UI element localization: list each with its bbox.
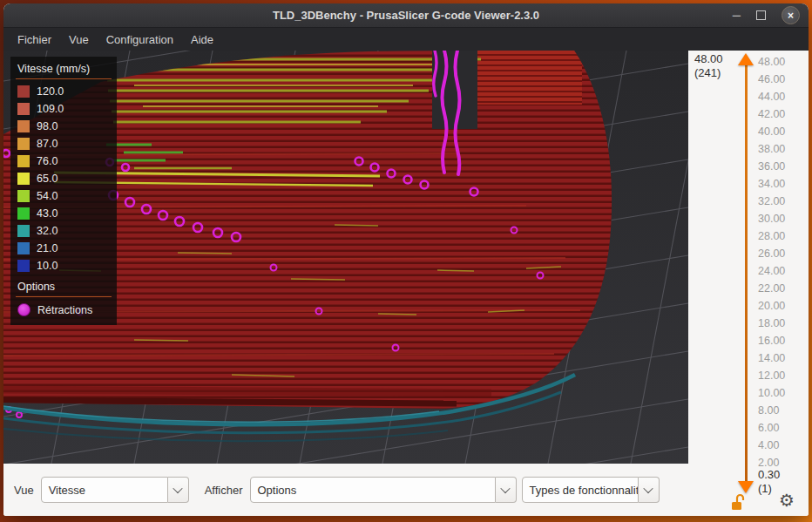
legend-item: 54.0 xyxy=(16,187,112,205)
menu-item-vue[interactable]: Vue xyxy=(60,29,98,51)
layer-tick-label: 30.00 xyxy=(758,210,785,227)
layer-tick-label: 28.00 xyxy=(758,227,785,245)
settings-gear-icon[interactable]: ⚙ xyxy=(779,491,795,509)
bottom-toolbar: Vue Vitesse Afficher Options Types de fo… xyxy=(3,464,688,516)
show-label: Afficher xyxy=(205,484,243,497)
feature-type-combobox-value[interactable]: Types de fonctionnalit xyxy=(522,477,639,503)
speed-value: 65.0 xyxy=(37,173,58,185)
speed-value: 32.0 xyxy=(37,225,58,237)
speed-color-swatch xyxy=(17,173,30,185)
legend-item: 21.0 xyxy=(16,240,112,257)
chevron-down-icon xyxy=(173,484,182,493)
restore-button[interactable] xyxy=(756,10,766,20)
layer-bottom-value: 0.30 xyxy=(758,468,780,482)
speed-color-swatch xyxy=(17,103,30,115)
window-controls: ─ × xyxy=(733,3,800,27)
speed-color-swatch xyxy=(17,120,30,132)
speed-color-swatch xyxy=(17,207,30,220)
speed-value: 43.0 xyxy=(37,207,58,220)
speed-value: 109.0 xyxy=(37,103,64,115)
title-bar[interactable]: TLD_3DBenchy - PrusaSlicer G-code Viewer… xyxy=(3,3,809,28)
legend-item: 32.0 xyxy=(16,222,112,240)
close-button[interactable]: × xyxy=(782,6,800,24)
show-combobox-value[interactable]: Options xyxy=(250,477,496,503)
layer-tick-label: 26.00 xyxy=(758,245,785,262)
speed-value: 54.0 xyxy=(37,190,58,202)
chevron-down-icon xyxy=(643,484,653,493)
speed-value: 98.0 xyxy=(37,120,58,132)
layer-tick-label: 20.00 xyxy=(758,297,785,315)
layer-slider-handle-top[interactable] xyxy=(738,53,754,65)
minimize-button[interactable]: ─ xyxy=(733,10,741,21)
view-combobox[interactable]: Vitesse xyxy=(41,477,189,503)
lock-open-icon[interactable] xyxy=(730,493,746,511)
viewport: Vitesse (mm/s) 120.0109.098.087.076.065.… xyxy=(3,51,688,464)
show-combobox-arrow[interactable] xyxy=(496,477,517,503)
legend-item: 10.0 xyxy=(16,257,112,275)
menu-item-aide[interactable]: Aide xyxy=(182,29,222,51)
layer-tick-label: 36.00 xyxy=(758,158,785,175)
chevron-down-icon xyxy=(500,484,510,493)
legend-separator xyxy=(16,296,112,297)
layer-tick-label: 48.00 xyxy=(758,53,785,71)
legend-item: 120.0 xyxy=(16,83,112,100)
legend-retractions-row: Rétractions xyxy=(16,301,112,319)
speed-color-swatch xyxy=(17,155,30,167)
layer-tick-label: 8.00 xyxy=(758,402,779,419)
layer-tick-label: 4.00 xyxy=(758,437,779,454)
speed-color-swatch xyxy=(17,242,30,254)
layer-top-count: (241) xyxy=(694,66,723,80)
speed-value: 87.0 xyxy=(37,138,58,150)
layer-tick-label: 16.00 xyxy=(758,332,785,349)
feature-type-combobox[interactable]: Types de fonctionnalit xyxy=(522,477,660,503)
speed-value: 21.0 xyxy=(37,242,58,254)
layer-tick-label: 6.00 xyxy=(758,419,779,437)
layer-tick-label: 34.00 xyxy=(758,175,785,193)
legend-item: 43.0 xyxy=(16,205,112,222)
layer-bottom-count: (1) xyxy=(758,482,780,496)
layer-slider-bottom-label: 0.30 (1) xyxy=(758,468,780,496)
menu-item-configuration[interactable]: Configuration xyxy=(98,29,182,51)
layer-tick-label: 32.00 xyxy=(758,193,785,210)
layer-tick-label: 44.00 xyxy=(758,88,785,105)
legend-item: 87.0 xyxy=(16,135,112,153)
speed-color-swatch xyxy=(17,260,30,272)
speed-value: 120.0 xyxy=(37,85,64,98)
feature-type-combobox-arrow[interactable] xyxy=(639,477,660,503)
legend-panel: Vitesse (mm/s) 120.0109.098.087.076.065.… xyxy=(10,57,117,325)
layer-slider-track[interactable] xyxy=(745,64,748,481)
layer-tick-label: 12.00 xyxy=(758,367,785,384)
menu-bar: FichierVueConfigurationAide xyxy=(3,28,809,51)
speed-color-swatch xyxy=(17,138,30,150)
layer-tick-label: 38.00 xyxy=(758,140,785,158)
retraction-icon xyxy=(17,303,30,316)
legend-items: 120.0109.098.087.076.065.054.043.032.021… xyxy=(16,83,112,275)
layer-tick-label: 40.00 xyxy=(758,123,785,140)
layer-slider-handle-bottom[interactable] xyxy=(738,481,754,493)
layer-tick-label: 10.00 xyxy=(758,384,785,402)
layer-tick-label: 18.00 xyxy=(758,315,785,332)
legend-item: 98.0 xyxy=(16,118,112,135)
view-combobox-value[interactable]: Vitesse xyxy=(41,477,168,503)
speed-color-swatch xyxy=(17,85,30,98)
view-combobox-arrow[interactable] xyxy=(168,477,189,503)
view-label: Vue xyxy=(14,484,34,497)
menu-item-fichier[interactable]: Fichier xyxy=(9,29,60,51)
layer-tick-label: 24.00 xyxy=(758,262,785,280)
speed-value: 10.0 xyxy=(37,260,58,272)
speed-value: 76.0 xyxy=(37,155,58,167)
window-title: TLD_3DBenchy - PrusaSlicer G-code Viewer… xyxy=(273,9,539,22)
layer-tick-label: 14.00 xyxy=(758,349,785,367)
show-combobox[interactable]: Options xyxy=(250,477,517,503)
layer-slider-panel: 48.00 (241) 48.0046.0044.0042.0040.0038.… xyxy=(688,51,809,516)
legend-item: 76.0 xyxy=(16,153,112,170)
legend-item: 65.0 xyxy=(16,170,112,187)
layer-tick-label: 22.00 xyxy=(758,280,785,297)
retractions-label: Rétractions xyxy=(37,304,92,316)
app-window: TLD_3DBenchy - PrusaSlicer G-code Viewer… xyxy=(3,3,809,516)
layer-tick-label: 46.00 xyxy=(758,71,785,88)
layer-top-value: 48.00 xyxy=(694,52,723,66)
legend-options-title: Options xyxy=(16,279,112,296)
layer-slider-top-label: 48.00 (241) xyxy=(694,52,723,80)
legend-item: 109.0 xyxy=(16,100,112,118)
